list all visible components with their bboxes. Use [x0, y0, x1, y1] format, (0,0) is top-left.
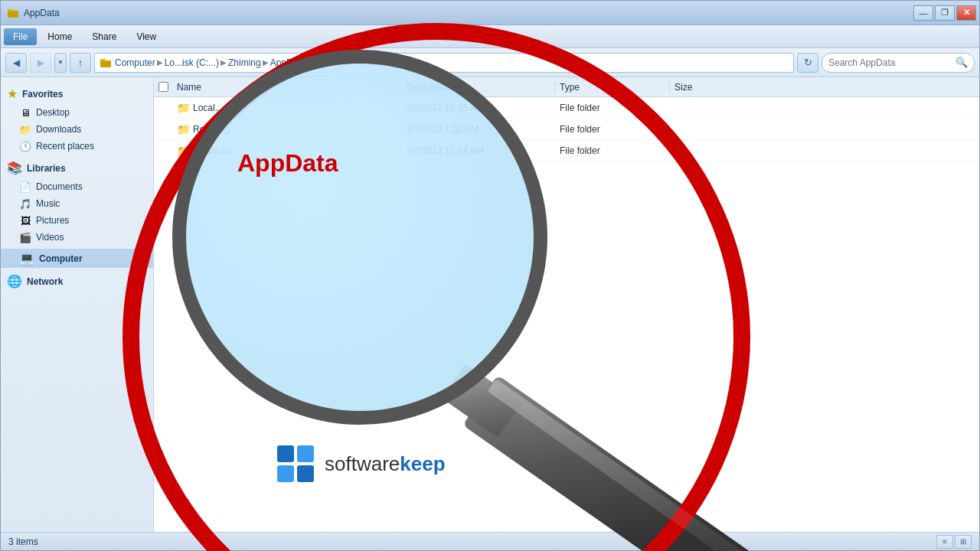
minimize-button[interactable]: —: [913, 5, 933, 21]
row-2-name-text: Roaming: [193, 124, 230, 135]
header-checkbox-col: [154, 82, 172, 92]
recent-places-icon: 🕐: [19, 140, 31, 152]
sidebar-item-downloads[interactable]: 📁 Downloads: [1, 121, 153, 138]
title-bar-left: AppData: [7, 7, 60, 19]
row-2-date: 3/7/2012 1:32 AM: [402, 124, 555, 135]
search-icon[interactable]: 🔍: [956, 57, 968, 68]
forward-button[interactable]: ▶: [30, 53, 51, 73]
large-icons-view-button[interactable]: ⊞: [955, 535, 972, 549]
header-size[interactable]: Size: [670, 82, 979, 93]
svg-rect-3: [100, 59, 106, 61]
row-1-name: 📁 Local...: [172, 102, 402, 114]
search-input[interactable]: [828, 57, 952, 68]
maximize-button[interactable]: ❐: [935, 5, 955, 21]
sidebar-libraries-header[interactable]: 📚 Libraries: [1, 158, 153, 178]
title-controls: — ❐ ✕: [913, 5, 976, 21]
address-bar[interactable]: Computer ▶ Lo...isk (C:...) ▶ Zhiming ▶ …: [94, 53, 794, 73]
breadcrumb-sep-2: ▶: [220, 58, 227, 67]
header-date[interactable]: Date modified: [402, 82, 555, 93]
music-icon: 🎵: [19, 197, 31, 210]
folder-icon-1: 📁: [177, 102, 190, 114]
menu-home[interactable]: Home: [38, 28, 81, 45]
header-name[interactable]: Name: [172, 82, 402, 93]
pictures-icon: 🖼: [19, 214, 31, 227]
libraries-icon: 📚: [7, 161, 22, 175]
documents-icon: 📄: [19, 181, 31, 193]
sidebar-item-desktop[interactable]: 🖥 Desktop: [1, 104, 153, 121]
sidebar-item-music[interactable]: 🎵 Music: [1, 195, 153, 212]
favorites-label: Favorites: [22, 89, 63, 99]
sidebar-section-network: 🌐 Network: [1, 271, 153, 292]
view-buttons: ≡ ⊞: [936, 535, 972, 549]
sidebar-section-favorites: ★ Favorites 🖥 Desktop 📁 Downloads 🕐 Rece…: [1, 83, 153, 155]
sidebar-network-header[interactable]: 🌐 Network: [1, 271, 153, 292]
sidebar-recent-places-label: Recent places: [36, 141, 94, 152]
breadcrumb-computer[interactable]: Computer: [115, 57, 155, 68]
sidebar-computer-header[interactable]: 💻 Computer: [1, 249, 153, 268]
table-row[interactable]: 📁 Roaming 3/7/2012 1:32 AM File folder: [154, 119, 979, 140]
sidebar-pictures-label: Pictures: [36, 215, 69, 226]
table-row[interactable]: 📁 LocalLow 3/7/2012 11:24 AM File folder: [154, 140, 979, 161]
sidebar-item-recent-places[interactable]: 🕐 Recent places: [1, 138, 153, 155]
sidebar-videos-label: Videos: [36, 232, 64, 243]
up-button[interactable]: ↑: [70, 53, 91, 73]
row-3-name-text: LocalLow: [193, 145, 232, 156]
svg-rect-2: [100, 60, 111, 67]
refresh-button[interactable]: ↻: [797, 53, 818, 73]
sidebar-item-pictures[interactable]: 🖼 Pictures: [1, 212, 153, 229]
history-dropdown-button[interactable]: ▼: [54, 53, 67, 73]
favorites-star-icon: ★: [7, 86, 18, 101]
file-rows: 📁 Local... 3/8/2012 11:25 AM File folder…: [154, 97, 979, 532]
file-list-header: Name Date modified Type Size: [154, 77, 979, 97]
address-folder-icon: [100, 57, 112, 69]
menu-file[interactable]: File: [4, 28, 37, 45]
row-3-type: File folder: [555, 145, 670, 156]
sidebar-music-label: Music: [36, 198, 60, 209]
sidebar-section-libraries: 📚 Libraries 📄 Documents 🎵 Music 🖼 Pictur…: [1, 158, 153, 246]
desktop-icon: 🖥: [19, 106, 31, 119]
sidebar-desktop-label: Desktop: [36, 107, 70, 118]
sidebar: ★ Favorites 🖥 Desktop 📁 Downloads 🕐 Rece…: [1, 77, 154, 532]
sidebar-favorites-header[interactable]: ★ Favorites: [1, 83, 153, 104]
row-2-type: File folder: [555, 124, 670, 135]
downloads-icon: 📁: [19, 123, 31, 135]
row-2-name: 📁 Roaming: [172, 123, 402, 135]
menu-share[interactable]: Share: [83, 28, 126, 45]
sidebar-documents-label: Documents: [36, 181, 83, 192]
row-3-date: 3/7/2012 11:24 AM: [402, 145, 555, 156]
folder-icon-3: 📁: [177, 145, 190, 157]
header-type[interactable]: Type: [555, 82, 670, 93]
breadcrumb-user[interactable]: Zhiming: [228, 57, 261, 68]
sidebar-item-videos[interactable]: 🎬 Videos: [1, 229, 153, 246]
computer-icon: 💻: [19, 251, 34, 266]
network-icon: 🌐: [7, 274, 22, 289]
menu-view[interactable]: View: [127, 28, 165, 45]
search-bar[interactable]: 🔍: [822, 53, 975, 73]
computer-label: Computer: [39, 253, 83, 264]
breadcrumb-appdata[interactable]: AppData: [270, 57, 306, 68]
table-row[interactable]: 📁 Local... 3/8/2012 11:25 AM File folder: [154, 97, 979, 119]
window-icon: [7, 7, 19, 19]
select-all-checkbox[interactable]: [158, 82, 168, 92]
breadcrumb-sep-3: ▶: [263, 58, 269, 67]
status-items-count: 3 items: [8, 536, 38, 547]
toolbar: ◀ ▶ ▼ ↑ Computer ▶ Lo...isk (C:...) ▶ Zh…: [1, 48, 979, 77]
breadcrumb-localdisk[interactable]: Lo...isk (C:...): [165, 57, 219, 68]
breadcrumb-sep-1: ▶: [157, 58, 163, 67]
close-button[interactable]: ✕: [956, 5, 976, 21]
back-button[interactable]: ◀: [5, 53, 27, 73]
sidebar-item-documents[interactable]: 📄 Documents: [1, 178, 153, 195]
folder-icon-2: 📁: [177, 123, 190, 135]
videos-icon: 🎬: [19, 231, 31, 243]
sidebar-downloads-label: Downloads: [36, 124, 81, 135]
details-view-button[interactable]: ≡: [936, 535, 953, 549]
row-1-name-text: Local...: [193, 103, 223, 113]
svg-rect-0: [8, 11, 18, 18]
libraries-label: Libraries: [27, 163, 66, 174]
window: AppData — ❐ ✕ File Home Share View ◀ ▶ ▼…: [0, 0, 980, 551]
row-1-type: File folder: [555, 103, 670, 113]
svg-rect-1: [8, 9, 13, 11]
file-area: Name Date modified Type Size 📁 Local... …: [154, 77, 979, 532]
breadcrumb-expand-arrow[interactable]: ▶: [305, 57, 316, 68]
menu-bar: File Home Share View: [1, 25, 979, 48]
